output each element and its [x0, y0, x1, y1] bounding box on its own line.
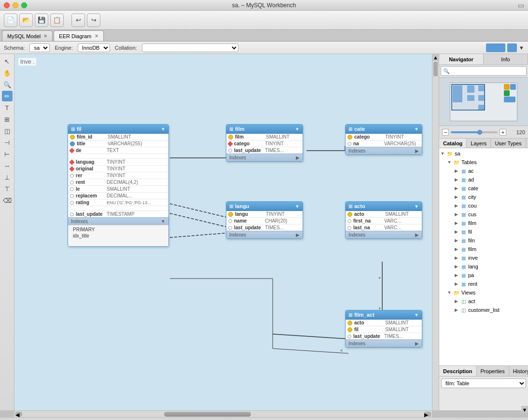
table-film[interactable]: ⊞ film ▼ film SMALLINT catego TINYINT la…: [226, 124, 303, 162]
tool-erase[interactable]: ⌫: [2, 195, 13, 206]
zoom-thumb[interactable]: [477, 130, 482, 135]
tool-pan[interactable]: ✋: [2, 68, 13, 78]
hscroll-right[interactable]: ▶: [424, 412, 431, 417]
eer-canvas[interactable]: Inve . < | | < + +: [14, 54, 432, 410]
hscroll-thumb[interactable]: [164, 412, 251, 417]
tree-item-customer-list[interactable]: ▶ ◫ customer_list: [439, 306, 528, 314]
minimize-button[interactable]: [13, 2, 18, 8]
tree-item-cate[interactable]: ▶ ▦ cate: [439, 184, 528, 193]
table-language-indexes[interactable]: Indexes ▶: [226, 231, 303, 238]
indexes-arrow[interactable]: ▶: [415, 232, 419, 238]
table-language-arrow[interactable]: ▼: [295, 204, 300, 209]
table-language[interactable]: ⊞ langu ▼ langu TINYINT name CHAR(20) la…: [226, 201, 303, 239]
tool-relation5[interactable]: ⊤: [2, 183, 13, 194]
undo-button[interactable]: ↩: [71, 14, 85, 27]
indexes-arrow[interactable]: ▶: [296, 232, 300, 238]
hscroll-left[interactable]: ◀: [15, 412, 22, 417]
tab-description[interactable]: Description: [439, 366, 477, 376]
tab-mysql-model-close[interactable]: ✕: [43, 33, 47, 39]
table-film-actor-indexes[interactable]: Indexes ▶: [346, 339, 422, 347]
tree-item-label: pa: [468, 272, 474, 278]
scroll-down[interactable]: ▼: [521, 406, 528, 413]
table-film-inventory-indexes[interactable]: Indexes ▼: [68, 217, 168, 225]
saveas-button[interactable]: 📋: [50, 14, 64, 27]
tab-info[interactable]: Info: [484, 54, 528, 64]
tree-item-fil[interactable]: ▶ ▦ fil: [439, 227, 528, 236]
redo-button[interactable]: ↪: [87, 14, 100, 27]
tree-item-pa[interactable]: ▶ ▦ pa: [439, 271, 528, 280]
tab-history[interactable]: History: [509, 366, 528, 376]
collation-select[interactable]: [142, 43, 238, 52]
tool-select[interactable]: ↖: [2, 56, 13, 67]
tree-item-film2[interactable]: ▶ ▦ film: [439, 245, 528, 253]
tab-catalog[interactable]: Catalog: [439, 139, 467, 148]
tree-item-rent[interactable]: ▶ ▦ rent: [439, 280, 528, 288]
tab-layers[interactable]: Layers: [467, 139, 491, 148]
tool-relation3[interactable]: ↔: [2, 160, 13, 171]
svg-line-1: [170, 213, 231, 228]
mini-map[interactable]: [450, 83, 517, 121]
tab-mysql-model[interactable]: MySQL Model ✕: [2, 30, 53, 41]
indexes-arrow[interactable]: ▶: [296, 155, 300, 160]
table-actor-arrow[interactable]: ▼: [414, 204, 419, 209]
tab-navigator[interactable]: Navigator: [439, 54, 484, 64]
tool-relation1[interactable]: ⊣: [2, 137, 13, 148]
tool-relation2[interactable]: ⊢: [2, 149, 13, 159]
tree-tables-group[interactable]: ▼ 📁 Tables: [439, 158, 528, 167]
indexes-arrow[interactable]: ▶: [415, 341, 419, 346]
table-category-arrow[interactable]: ▼: [414, 126, 419, 132]
table-film-inventory-arrow[interactable]: ▼: [161, 126, 166, 132]
tab-eer-diagram[interactable]: EER Diagram ✕: [54, 30, 103, 41]
tree-item-act[interactable]: ▶ ◫ act: [439, 297, 528, 306]
close-button[interactable]: [4, 2, 10, 8]
tree-item-film[interactable]: ▶ ▦ film: [439, 219, 528, 227]
table-film-indexes[interactable]: Indexes ▶: [226, 154, 303, 161]
tool-relation4[interactable]: ⊥: [2, 172, 13, 182]
tab-eer-diagram-close[interactable]: ✕: [95, 33, 98, 39]
save-button[interactable]: 💾: [35, 14, 48, 27]
indexes-arrow[interactable]: ▶: [415, 148, 419, 154]
vertical-scrollbar[interactable]: ▲ ▼: [432, 54, 439, 410]
table-film-arrow[interactable]: ▼: [295, 126, 300, 132]
engine-select[interactable]: InnoDB: [78, 43, 110, 52]
tree-item-filn[interactable]: ▶ ▦ filn: [439, 236, 528, 245]
schema-select[interactable]: sa: [29, 43, 50, 52]
indexes-arrow[interactable]: ▼: [161, 219, 166, 224]
object-type-select[interactable]: film: Table: [441, 378, 526, 388]
tree-item-ad[interactable]: ▶ ▦ ad: [439, 175, 528, 184]
horizontal-scrollbar[interactable]: ◀ ▶: [14, 410, 432, 417]
zoom-slider[interactable]: [451, 131, 498, 133]
table-actor-title: acto: [354, 203, 412, 209]
table-film-inventory[interactable]: ⊞ fil ▼ film_id SMALLINT title VARCHAR(2…: [68, 124, 169, 247]
table-actor[interactable]: ⊞ acto ▼ acto SMALLINT first_na VARC... …: [345, 201, 422, 239]
tree-views-group[interactable]: ▼ 📁 Views: [439, 288, 528, 297]
tree-item-lang[interactable]: ▶ ▦ lang: [439, 262, 528, 271]
search-input[interactable]: [441, 66, 527, 76]
tool-zoom[interactable]: 🔍: [2, 79, 13, 90]
scroll-up[interactable]: ▲: [432, 54, 439, 61]
tab-properties[interactable]: Properties: [477, 366, 509, 376]
tool-draw[interactable]: ✏: [2, 91, 13, 101]
tree-root-sa[interactable]: ▼ 📁 sa: [439, 149, 528, 158]
tree-item-cou[interactable]: ▶ ▦ cou: [439, 201, 528, 210]
tool-view[interactable]: ◫: [2, 126, 13, 136]
tab-properties-label: Properties: [481, 368, 505, 374]
table-category-indexes[interactable]: Indexes ▶: [346, 147, 422, 154]
tab-user-types[interactable]: User Types: [491, 139, 526, 148]
tree-item-ac[interactable]: ▶ ▦ ac: [439, 167, 528, 175]
tree-item-cus[interactable]: ▶ ▦ cus: [439, 210, 528, 219]
maximize-button[interactable]: [21, 2, 27, 8]
new-button[interactable]: 📄: [4, 14, 17, 27]
table-film-actor-arrow[interactable]: ▼: [414, 312, 419, 318]
tree-item-city[interactable]: ▶ ▦ city: [439, 193, 528, 201]
scroll-thumb[interactable]: [433, 62, 438, 76]
table-film-actor[interactable]: ⊞ film_act ▼ acto SMALLINT fil SMALLINT …: [345, 310, 422, 348]
table-actor-indexes[interactable]: Indexes ▶: [346, 231, 422, 238]
table-category[interactable]: ⊞ cate ▼ catego TINYINT na VARCHAR(25) I…: [345, 124, 422, 155]
tool-table[interactable]: ⊞: [2, 114, 13, 125]
tool-text[interactable]: T: [2, 102, 13, 113]
zoom-in-button[interactable]: +: [500, 129, 506, 136]
tree-item-inve[interactable]: ▶ ▦ inve: [439, 253, 528, 262]
zoom-out-button[interactable]: −: [442, 129, 449, 136]
open-button[interactable]: 📂: [19, 14, 33, 27]
